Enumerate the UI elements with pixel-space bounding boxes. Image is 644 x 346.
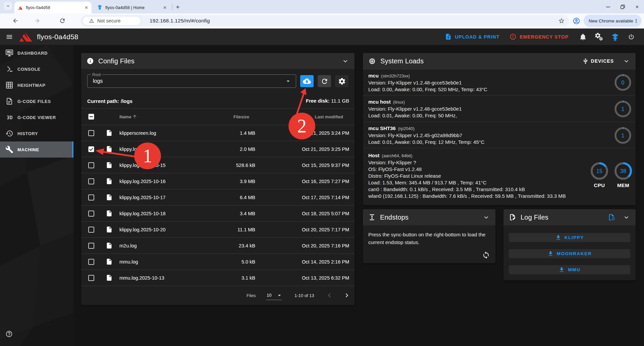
refresh-button[interactable] (318, 75, 331, 87)
row-checkbox[interactable] (88, 194, 94, 200)
endstops-message: Press the sync-button on the right-botto… (368, 231, 486, 246)
row-checkbox[interactable] (88, 227, 94, 233)
fluidd-layers-button[interactable] (607, 29, 623, 45)
card-title: Endstops (380, 214, 409, 221)
sidebar-item-machine[interactable]: MACHINE (0, 141, 73, 158)
window-minimize-icon[interactable] (606, 5, 610, 9)
file-name: mmu.log (119, 259, 138, 265)
window-close-icon[interactable] (635, 5, 639, 9)
upload-file-button[interactable] (300, 75, 314, 87)
next-page-icon[interactable] (343, 291, 351, 299)
table-row[interactable]: klippy.log.2025-10-15528.6 kBOct 15, 202… (81, 157, 355, 173)
collapse-chevron-icon[interactable] (623, 214, 630, 221)
column-name[interactable]: Name (119, 114, 131, 119)
help-icon[interactable] (5, 330, 13, 338)
tab-close-icon[interactable] (84, 5, 89, 10)
row-checkbox[interactable] (88, 275, 94, 281)
chrome-update-button[interactable]: New Chrome available (584, 15, 642, 27)
download-moonraker-button[interactable]: MOONRAKER (509, 249, 630, 258)
file-settings-button[interactable] (335, 75, 348, 87)
mem-gauge: 38 MEM (614, 162, 633, 188)
tab-title: flyos-0a4d58 (26, 5, 84, 10)
tab-search-button[interactable] (4, 2, 12, 10)
table-row[interactable]: mmu.log5.0 kBOct 14, 2025 2:16 PM (81, 253, 355, 270)
address-bar[interactable]: Not secure 192.168.1.125/m/#/config (80, 15, 569, 26)
download-klippy-button[interactable]: KLIPPY (509, 233, 630, 242)
file-date: Oct 15, 2025 9:37 PM (302, 163, 349, 168)
bell-icon (579, 33, 587, 41)
cloud-download-icon (303, 77, 311, 85)
sidebar-item-console[interactable]: CONSOLE (0, 61, 73, 77)
files-per-page-label: Files (247, 293, 256, 298)
row-checkbox[interactable] (88, 178, 94, 184)
row-checkbox[interactable] (88, 146, 94, 152)
page: flyos-0a4d58 flyos-0a4d58 | Home (0, 0, 644, 346)
file-icon (106, 226, 113, 233)
file-name: klippy.log.2025-10-16 (119, 179, 166, 184)
upload-print-button[interactable]: UPLOAD & PRINT (445, 33, 499, 40)
sidebar-item-gcode-files[interactable]: G-CODE FILES (0, 93, 73, 109)
file-date: Oct 18, 2025 5:07 PM (302, 211, 349, 216)
tab-title: flyos-0a4d58 | Home (105, 5, 162, 10)
row-checkbox[interactable] (88, 130, 94, 136)
browser-menu-icon[interactable] (633, 18, 639, 24)
table-row[interactable]: mmu.log.2025-10-133.1 kBOct 13, 2025 6:3… (81, 270, 355, 286)
sidebar-item-label: DASHBOARD (17, 51, 48, 56)
emergency-stop-button[interactable]: EMERGENCY STOP (509, 33, 569, 40)
file-date: Oct 21, 2025 3:24 PM (302, 130, 349, 136)
file-date: Oct 17, 2025 7:14 PM (302, 195, 349, 200)
page-size-select[interactable]: 10 (267, 292, 283, 299)
settings-button[interactable] (591, 29, 607, 45)
table-row[interactable]: klippy.log.2025-10-163.9 MBOct 16, 2025 … (81, 173, 355, 189)
bookmark-star-icon[interactable] (558, 17, 565, 24)
url-text[interactable]: 192.168.1.125/m/#/config (150, 18, 558, 24)
profile-avatar-icon[interactable] (573, 17, 580, 25)
collapse-chevron-icon[interactable] (341, 57, 349, 65)
reload-icon[interactable] (59, 17, 66, 24)
menu-icon[interactable] (6, 33, 13, 41)
column-filesize[interactable]: Filesize (233, 114, 249, 119)
previous-page-icon[interactable] (325, 291, 333, 299)
sidebar-item-heightmap[interactable]: HEIGHTMAP (0, 77, 73, 93)
table-row[interactable]: klippy.log.2025-10-176.4 MBOct 17, 2025 … (81, 189, 355, 205)
table-row[interactable]: klippy.log2.0 MBOct 21, 2025 3:25 PM (81, 141, 355, 157)
row-checkbox[interactable] (88, 259, 94, 265)
tab-close-icon[interactable] (162, 5, 167, 10)
table-row[interactable]: klipperscreen.log1.4 MBOct 21, 2025 3:24… (81, 125, 355, 141)
not-secure-chip[interactable]: Not secure (83, 16, 141, 25)
mcu-name: mcu host (368, 99, 391, 105)
collapse-chevron-icon[interactable] (482, 214, 490, 221)
row-checkbox[interactable] (88, 243, 94, 249)
table-row[interactable]: klippy.log.2025-10-2011.1 MBOct 20, 2025… (81, 221, 355, 237)
collapse-chevron-icon[interactable] (623, 57, 630, 65)
window-restore-icon[interactable] (621, 5, 625, 9)
file-refresh-icon[interactable] (608, 214, 615, 221)
sidebar-item-label: G-CODE FILES (17, 99, 51, 104)
devices-button[interactable]: DEVICES (582, 58, 614, 64)
log-files-card: Log Files KLIPPY MOONRAKER MMU (503, 209, 636, 280)
download-mmu-button[interactable]: MMU (509, 265, 630, 274)
power-button[interactable] (623, 29, 639, 45)
file-size: 3.4 MB (240, 211, 255, 216)
sync-icon[interactable] (482, 251, 490, 259)
tab-active[interactable]: flyos-0a4d58 (14, 2, 92, 13)
back-icon[interactable] (12, 17, 19, 24)
tab-inactive[interactable]: flyos-0a4d58 | Home (92, 2, 170, 13)
notifications-button[interactable] (575, 29, 591, 45)
table-row[interactable]: klippy.log.2025-10-183.4 MBOct 18, 2025 … (81, 205, 355, 221)
mcu-chip: (rp2040) (398, 126, 415, 131)
file-size: 1.4 MB (240, 130, 255, 136)
fly-logo[interactable] (19, 32, 33, 42)
root-select[interactable]: Root logs (87, 74, 296, 88)
sidebar-item-dashboard[interactable]: DASHBOARD (0, 45, 73, 61)
forward-icon[interactable] (34, 17, 41, 24)
row-checkbox[interactable] (88, 211, 94, 217)
sidebar-item-gcode-viewer[interactable]: G-CODE VIEWER (0, 109, 73, 125)
column-last-modified[interactable]: Last modified (315, 114, 343, 119)
table-row[interactable]: m2u.log23.4 kBOct 20, 2025 7:16 PM (81, 237, 355, 253)
host-name: Host (368, 153, 379, 158)
new-tab-button[interactable] (175, 4, 180, 10)
row-checkbox[interactable] (88, 162, 94, 168)
select-all-checkbox[interactable] (88, 114, 94, 120)
sidebar-item-history[interactable]: HISTORY (0, 125, 73, 141)
